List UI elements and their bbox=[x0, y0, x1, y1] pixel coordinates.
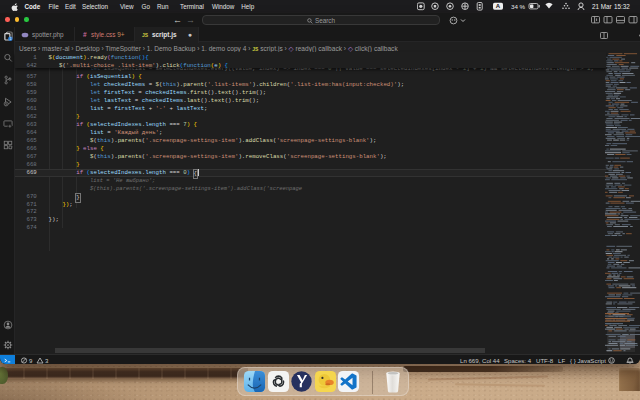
svg-text:9: 9 bbox=[29, 357, 33, 364]
svg-text:34 %: 34 % bbox=[511, 3, 526, 10]
svg-text:3: 3 bbox=[45, 357, 49, 364]
svg-text:1: 1 bbox=[9, 37, 11, 41]
svg-text:A: A bbox=[496, 4, 501, 10]
